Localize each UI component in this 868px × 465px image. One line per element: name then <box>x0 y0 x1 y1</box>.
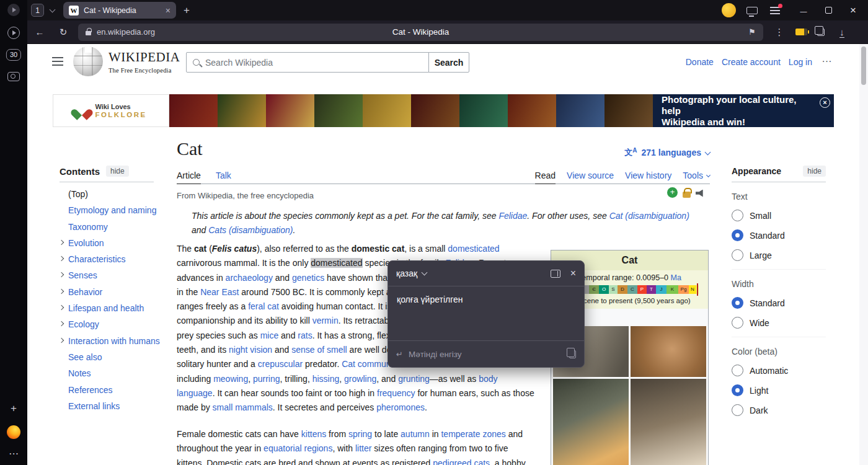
option-standard[interactable]: Standard <box>732 297 826 309</box>
radio-dark[interactable] <box>732 404 743 416</box>
view-read[interactable]: Read <box>535 167 556 184</box>
wiki-link[interactable]: frequency <box>377 388 415 398</box>
language-selector[interactable]: қазақ <box>396 268 417 278</box>
scrollbar-thumb[interactable] <box>861 46 866 85</box>
radio-small[interactable] <box>732 210 743 221</box>
option-light[interactable]: Light <box>732 384 826 396</box>
wiki-link[interactable]: crepuscular <box>258 359 303 369</box>
wiki-link[interactable]: autumn <box>401 429 430 439</box>
toc-item-references[interactable]: References <box>68 382 181 398</box>
wiki-link[interactable]: temperate zones <box>441 429 505 439</box>
main-menu-icon[interactable] <box>52 57 63 58</box>
chevron-down-icon[interactable] <box>422 270 428 276</box>
abyssinian-cat-photo[interactable] <box>631 326 706 377</box>
wiki-link[interactable]: equatorial regions <box>264 443 332 453</box>
wiki-link[interactable]: meowing <box>213 374 248 384</box>
view-view-history[interactable]: View history <box>625 167 671 184</box>
siamese-cat-photo[interactable] <box>631 379 706 465</box>
toc-item-notes[interactable]: Notes <box>68 365 181 381</box>
wiki-link[interactable]: domesticated <box>448 244 499 254</box>
wiki-link[interactable]: Cats (disambiguation) <box>208 225 293 235</box>
screenshot-icon[interactable] <box>7 72 20 81</box>
translate-input[interactable]: Мәтінді енгізу <box>388 341 584 367</box>
new-tab-button[interactable] <box>184 4 190 17</box>
ginger-white-cat-photo[interactable] <box>553 379 629 465</box>
toc-item-interaction-with-humans[interactable]: Interaction with humans <box>68 333 181 349</box>
battery-icon[interactable] <box>795 29 807 35</box>
chevron-right-icon[interactable] <box>59 272 64 277</box>
toc-item-lifespan-and-health[interactable]: Lifespan and health <box>68 300 181 316</box>
firefox-logo-icon[interactable] <box>7 425 20 439</box>
chevron-right-icon[interactable] <box>59 321 64 326</box>
tab-close-icon[interactable] <box>166 6 170 16</box>
scrollbar[interactable] <box>859 44 868 465</box>
toc-item-ecology[interactable]: Ecology <box>68 316 181 332</box>
option-standard[interactable]: Standard <box>732 229 826 241</box>
option-wide[interactable]: Wide <box>732 317 826 329</box>
wiki-link[interactable]: genetics <box>292 273 324 283</box>
wiki-link[interactable]: feral cat <box>248 301 279 311</box>
header-link-log-in[interactable]: Log in <box>789 57 812 67</box>
toc-item-taxonomy[interactable]: Taxonomy <box>68 219 181 235</box>
tab-article[interactable]: Article <box>177 167 201 184</box>
minimize-button[interactable] <box>795 5 812 16</box>
wiki-link[interactable]: vermin <box>312 316 339 326</box>
pages-icon[interactable] <box>817 29 825 36</box>
protection-lock-icon[interactable] <box>683 192 691 198</box>
browser-tab[interactable]: W Cat - Wikipedia <box>63 2 176 19</box>
download-icon[interactable] <box>833 24 851 41</box>
workspace-indicator[interactable]: 1 <box>31 4 44 17</box>
send-to-device-icon[interactable] <box>746 7 758 14</box>
url-bar[interactable]: en.wikipedia.org Cat - Wikipedia <box>78 24 763 41</box>
campaign-banner[interactable]: Wiki Loves FOLKLORE Photograph your loca… <box>53 94 834 127</box>
wiki-link[interactable]: hissing <box>312 374 340 384</box>
wiki-link[interactable]: pheromones <box>376 402 425 412</box>
toc-item-characteristics[interactable]: Characteristics <box>68 251 181 267</box>
option-large[interactable]: Large <box>732 249 826 261</box>
wiki-link[interactable]: small mammals <box>213 402 273 412</box>
wiki-link[interactable]: grunting <box>398 374 430 384</box>
media-play-icon[interactable] <box>7 4 20 16</box>
copy-icon[interactable] <box>569 350 576 358</box>
profile-avatar[interactable] <box>722 3 736 17</box>
chevron-right-icon[interactable] <box>59 240 64 245</box>
chevron-right-icon[interactable] <box>59 289 64 294</box>
sidebar-add-icon[interactable] <box>11 402 17 415</box>
wiki-link[interactable]: spring <box>348 429 372 439</box>
wiki-link[interactable]: Cat (disambiguation) <box>609 211 689 221</box>
view-view-source[interactable]: View source <box>567 167 614 184</box>
sidebar-play-icon[interactable] <box>7 27 20 39</box>
wiki-link[interactable]: kittens <box>301 429 326 439</box>
wiki-link[interactable]: pedigreed cats <box>433 458 490 465</box>
radio-light[interactable] <box>732 384 743 396</box>
toc-item-evolution[interactable]: Evolution <box>68 235 181 251</box>
toc-item-senses[interactable]: Senses <box>68 267 181 283</box>
header-more-icon[interactable] <box>822 53 832 65</box>
open-panel-icon[interactable] <box>551 270 560 278</box>
maximize-button[interactable] <box>820 5 837 16</box>
wikipedia-logo[interactable] <box>73 46 103 76</box>
extensions-menu-icon[interactable] <box>771 24 788 41</box>
toc-item-see-also[interactable]: See also <box>68 349 181 365</box>
wiki-link[interactable]: archaeology <box>226 273 273 283</box>
tabs-dropdown-icon[interactable] <box>50 6 56 12</box>
reload-button[interactable] <box>55 24 72 41</box>
menu-icon[interactable] <box>770 10 780 11</box>
toc-item-behavior[interactable]: Behavior <box>68 284 181 300</box>
toc-item-top[interactable]: (Top) <box>68 186 181 202</box>
wiki-link[interactable]: Near East <box>200 287 239 297</box>
chevron-right-icon[interactable] <box>59 256 64 261</box>
search-input[interactable] <box>205 58 428 68</box>
languages-button[interactable]: 271 languages <box>624 147 710 158</box>
chevron-right-icon[interactable] <box>59 337 64 342</box>
wiki-link[interactable]: mice <box>260 330 279 340</box>
wiki-link[interactable]: night vision <box>229 345 272 355</box>
wiki-link[interactable]: Felidae <box>498 211 527 221</box>
bookmark-icon[interactable] <box>748 27 756 37</box>
radio-standard[interactable] <box>732 297 743 309</box>
option-small[interactable]: Small <box>732 210 826 221</box>
back-button[interactable] <box>31 24 48 41</box>
chevron-right-icon[interactable] <box>59 305 64 310</box>
wiki-link[interactable]: purring <box>253 374 280 384</box>
radio-wide[interactable] <box>732 317 743 329</box>
